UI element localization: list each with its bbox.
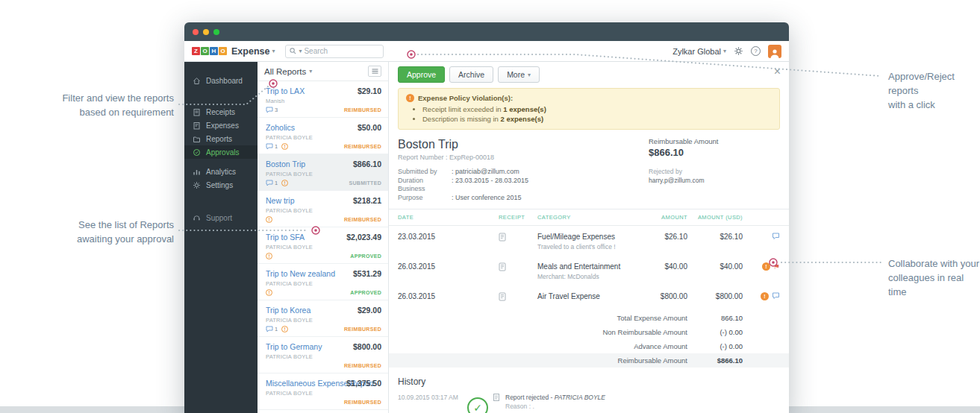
flag-icon[interactable]: ⚑ [773,262,780,271]
report-list-item[interactable]: Trip to Korea PATRICIA BOYLE $29.00 1 ! … [258,300,388,337]
expense-row[interactable]: 26.03.2015 Meals and Entertainment Merch… [389,256,789,286]
close-icon[interactable]: × [774,65,781,78]
comment-icon [266,143,273,150]
receipt-icon [499,262,506,271]
sidebar-item-analytics[interactable]: Analytics [184,165,258,178]
report-owner: PATRICIA BOYLE [266,280,381,287]
expense-date: 23.03.2015 [398,233,499,241]
receipt-icon [499,233,506,242]
violation-list: Receipt limit exceeded in 1 expense(s) D… [422,105,772,124]
column-header-category: CATEGORY [537,214,631,221]
sidebar-group-gap [184,159,258,165]
sidebar: Dashboard Receipts Expenses [184,62,258,413]
approved-check-indicator[interactable]: ✓ [467,397,488,413]
sidebar-item-label: Dashboard [206,77,243,85]
report-status-badge: REIMBURSED [344,217,381,222]
help-icon[interactable]: ? [751,46,761,56]
comment-count: 1 [275,143,278,150]
comment-icon [266,180,273,186]
comment-count-badge: 1 [266,180,278,186]
search-input[interactable] [304,47,368,55]
receipt-cell[interactable] [499,233,537,243]
expense-amount: $40.00 [631,262,687,271]
logo-letter: Z [192,47,200,55]
archive-button[interactable]: Archive [449,66,493,83]
detail-row: Submitted by: patriciab@zillum.com [398,168,780,177]
sidebar-item-settings[interactable]: Settings [184,178,258,192]
report-status-badge: REIMBURSED [344,107,381,113]
rejected-by-value: harry.p@zillum.com [649,177,718,184]
report-amount: $800.00 [353,342,381,351]
gear-icon[interactable] [734,46,743,56]
zoho-expense-logo[interactable]: Z O H O Expense ▾ [192,46,275,57]
report-list-item[interactable]: Trip to LAX Manish $29.10 3 REIMBURSED [258,81,388,118]
sidebar-item-approvals[interactable]: Approvals [184,145,258,159]
reports-filter-dropdown[interactable]: All Reports ▾ [264,67,312,76]
sidebar-item-label: Receipts [206,108,235,116]
report-list-item[interactable]: Miscellaneous Expense Report PATRICIA BO… [258,373,388,410]
approve-button[interactable]: Approve [398,66,445,83]
column-header-amount-usd: AMOUNT (USD) [687,214,743,221]
comment-icon[interactable] [772,233,780,240]
violation-title-row: ! Expense Policy Violation(s): [406,94,772,102]
folder-icon [193,135,201,143]
sidebar-item-expenses[interactable]: Expenses [184,119,258,132]
chevron-down-icon: ▾ [272,48,275,54]
report-list-item[interactable]: New trip PATRICIA BOYLE $218.21 ! REIMBU… [258,191,388,227]
logo-letter: O [201,47,209,55]
more-button[interactable]: More ▾ [498,66,540,83]
window-zoom-dot[interactable] [213,29,219,35]
sidebar-item-support[interactable]: Support [184,211,258,224]
report-number: Report Number : ExpRep-00018 [398,154,780,161]
expense-date: 26.03.2015 [398,262,499,271]
comment-icon [266,107,273,113]
violation-title: Expense Policy Violation(s): [418,94,513,102]
annotation-collaborate: Collaborate with your colleagues in real… [888,256,980,299]
report-owner: PATRICIA BOYLE [266,171,381,177]
expense-row[interactable]: 23.03.2015 Fuel/Mileage Expenses Travele… [389,226,789,256]
report-status-badge: REIMBURSED [344,400,381,405]
sidebar-item-receipts[interactable]: Receipts [184,105,258,119]
violation-info-icon: ! [266,289,272,296]
comment-count-badge: 1 [266,143,278,150]
report-amount: $29.00 [358,306,381,315]
sidebar-item-label: Settings [206,181,233,189]
search-icon [290,48,296,54]
report-amount: $2,023.49 [346,233,381,242]
window-close-dot[interactable] [193,29,199,35]
list-view-menu-button[interactable] [368,66,381,77]
report-list-item-selected[interactable]: Boston Trip PATRICIA BOYLE $866.10 1 ! S… [258,154,388,191]
search-scope-caret-icon[interactable]: ▾ [299,48,302,54]
comment-icon [266,326,273,332]
report-list-item[interactable]: Zoholics PATRICIA BOYLE $50.00 1 ! REIMB… [258,118,388,154]
annotation-text: awaiting your approval [0,232,174,246]
report-status-badge: APPROVED [350,253,381,259]
logo-letter: H [210,47,218,55]
comment-icon[interactable] [772,292,780,300]
user-avatar[interactable] [768,45,781,58]
report-badges: 1 ! [266,326,288,332]
window-minimize-dot[interactable] [203,29,209,35]
receipt-cell[interactable] [499,292,537,303]
policy-violation-icon[interactable]: ! [762,262,770,271]
column-header-receipt: RECEIPT [499,214,537,221]
sidebar-item-dashboard[interactable]: Dashboard [184,74,258,87]
sidebar-item-reports[interactable]: Reports [184,132,258,145]
product-name: Expense [231,46,269,57]
search-box[interactable]: ▾ [285,45,384,58]
annotation-text: Filter and view the reports [0,91,174,105]
home-icon [193,77,201,85]
row-actions [743,233,780,240]
expense-row[interactable]: 26.03.2015 Air Travel Expense $800.00 $8… [389,286,789,308]
report-list-item[interactable]: Trip to SFA PATRICIA BOYLE $2,023.49 ! A… [258,227,388,264]
org-selector[interactable]: Zylkar Global ▾ [672,47,726,56]
report-owner: PATRICIA BOYLE [266,134,381,141]
column-header-date: DATE [398,214,499,221]
report-list-item[interactable]: Trip to New zealand PATRICIA BOYLE $531.… [258,264,388,300]
history-section: History 10.09.2015 03:17 AM Report rejec… [389,368,789,413]
receipt-cell[interactable] [499,262,537,273]
row-actions: ! ⚑ [743,262,780,271]
report-list-item[interactable]: Trip to Germany PATRICIA BOYLE $800.00 R… [258,337,388,373]
policy-violation-icon[interactable]: ! [761,292,769,300]
reimbursable-block: Reimbursable Amount $866.10 Rejected by … [649,137,718,184]
